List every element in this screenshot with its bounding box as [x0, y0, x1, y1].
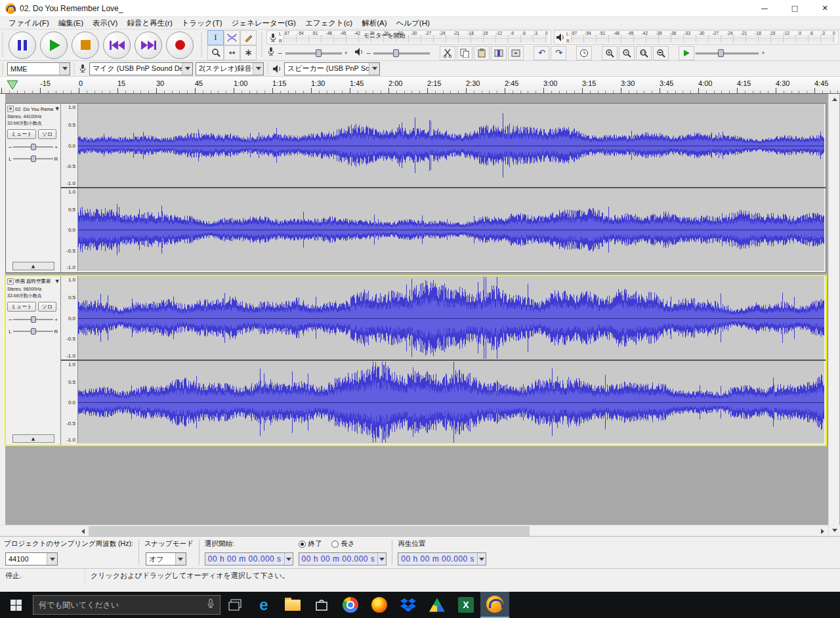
scroll-right-button[interactable]	[817, 525, 828, 537]
zoom-out-button[interactable]	[619, 46, 635, 60]
trim-audio-button[interactable]	[491, 46, 507, 60]
playback-volume-slider[interactable]	[373, 49, 430, 58]
silence-audio-button[interactable]	[508, 46, 524, 60]
menu-item[interactable]: 解析(A)	[357, 17, 391, 30]
taskbar-app-chrome[interactable]	[336, 592, 365, 618]
playback-device-select[interactable]: スピーカー (USB PnP Sound D	[284, 62, 380, 75]
start-button[interactable]	[0, 592, 32, 618]
pan-slider[interactable]	[13, 155, 53, 163]
waveform[interactable]	[78, 361, 824, 443]
solo-button[interactable]: ソロ	[38, 302, 56, 312]
chevron-down-icon[interactable]	[182, 63, 192, 75]
track-2-control-panel[interactable]: ✕ 映画 超時空要塞 ▼ Stereo, 96000Hz 32-bit浮動小数点…	[6, 276, 61, 445]
sync-lock-button[interactable]	[576, 46, 592, 60]
track-1-control-panel[interactable]: ✕ 02. Do You Reme ▼ Stereo, 44100Hz 32-b…	[6, 104, 61, 272]
stop-button[interactable]	[72, 31, 99, 59]
taskbar-app-excel[interactable]: X	[452, 592, 480, 618]
toolbar-grip[interactable]	[1, 32, 5, 58]
minimize-button[interactable]: —	[749, 0, 780, 16]
recording-channels-select[interactable]: 2(ステレオ)録音チ	[196, 62, 264, 75]
waveform[interactable]	[78, 104, 824, 187]
chevron-down-icon[interactable]	[284, 553, 293, 565]
menu-item[interactable]: ジェネレーター(G)	[226, 17, 300, 30]
selection-end-time[interactable]: 00 h 00 m 00.000 s	[299, 552, 387, 566]
gain-slider[interactable]	[13, 143, 53, 151]
pan-slider[interactable]	[13, 327, 53, 335]
collapse-track-button[interactable]: ▲	[12, 434, 54, 443]
track-close-button[interactable]: ✕	[7, 278, 14, 285]
toolbar-grip[interactable]	[266, 64, 270, 74]
play-button[interactable]	[40, 31, 68, 59]
record-button[interactable]	[166, 31, 194, 59]
chevron-down-icon[interactable]	[369, 63, 379, 75]
recording-device-select[interactable]: マイク (USB PnP Sound Devi	[89, 62, 193, 75]
menu-item[interactable]: 編集(E)	[54, 17, 88, 30]
taskbar-app-file-explorer[interactable]	[278, 592, 307, 618]
collapse-track-button[interactable]: ▲	[12, 262, 54, 270]
selection-tool-button[interactable]: I	[207, 30, 224, 45]
monitor-start-label[interactable]: モニターを開始	[364, 31, 406, 40]
envelope-tool-button[interactable]	[224, 30, 240, 45]
track-name[interactable]: 02. Do You Reme	[15, 106, 54, 112]
skip-to-start-button[interactable]	[103, 31, 131, 59]
play-at-speed-button[interactable]	[679, 46, 694, 60]
maximize-button[interactable]: □	[780, 0, 810, 16]
gain-slider[interactable]	[13, 316, 53, 323]
playback-meter[interactable]: LR -57-54-51-48-45-42-39-36-33-30-27-24-…	[554, 30, 839, 45]
menu-item[interactable]: トラック(T)	[177, 17, 227, 30]
scroll-down-button[interactable]	[829, 525, 840, 536]
time-shift-tool-button[interactable]: ↔	[224, 45, 240, 60]
zoom-in-button[interactable]	[602, 46, 618, 60]
vertical-scrollbar[interactable]	[828, 94, 839, 536]
radio-end[interactable]: 終了	[299, 539, 322, 548]
selection-start-time[interactable]: 00 h 00 m 00.000 s	[205, 552, 293, 566]
snap-select[interactable]: オフ	[146, 552, 186, 566]
menu-item[interactable]: 表示(V)	[88, 17, 122, 30]
horizontal-scroll-thumb[interactable]	[89, 526, 530, 536]
task-view-button[interactable]	[220, 592, 249, 618]
play-speed-slider[interactable]	[696, 49, 759, 58]
scroll-up-button[interactable]	[829, 94, 840, 105]
project-rate-select[interactable]: 44100	[5, 552, 58, 566]
taskbar-app-audacity[interactable]	[480, 592, 509, 618]
horizontal-scroll-track[interactable]	[77, 525, 828, 537]
close-button[interactable]: ✕	[810, 0, 840, 16]
toolbar-grip[interactable]	[1, 64, 5, 74]
track-close-button[interactable]: ✕	[7, 106, 14, 112]
audio-host-select[interactable]: MME	[7, 62, 70, 75]
track-2[interactable]: ✕ 映画 超時空要塞 ▼ Stereo, 96000Hz 32-bit浮動小数点…	[5, 276, 826, 445]
chevron-down-icon[interactable]	[377, 553, 386, 565]
radio-length[interactable]: 長さ	[331, 539, 355, 548]
taskbar-search[interactable]: 何でも聞いてください	[33, 595, 220, 615]
toolbar-grip[interactable]	[200, 32, 204, 58]
paste-button[interactable]	[474, 46, 490, 60]
chevron-down-icon[interactable]	[477, 553, 486, 565]
taskbar-app-store[interactable]	[307, 592, 336, 618]
undo-button[interactable]: ↶	[534, 46, 549, 60]
fit-project-button[interactable]	[653, 46, 669, 60]
copy-button[interactable]	[457, 46, 472, 60]
scroll-left-button[interactable]	[77, 525, 89, 537]
redo-button[interactable]: ↷	[551, 46, 566, 60]
menu-item[interactable]: ヘルプ(H)	[392, 17, 434, 30]
taskbar-app-google-drive[interactable]	[423, 592, 452, 618]
recording-volume-slider[interactable]	[285, 49, 342, 58]
horizontal-scrollbar[interactable]	[0, 525, 828, 536]
timeline-ruler[interactable]: -1501530451:001:151:301:452:002:152:302:…	[0, 77, 840, 94]
track-workspace[interactable]: ✕ 02. Do You Reme ▼ Stereo, 44100Hz 32-b…	[0, 94, 840, 525]
playback-position-time[interactable]: 00 h 00 m 00.000 s	[398, 552, 486, 566]
chevron-down-icon[interactable]	[175, 553, 186, 565]
solo-button[interactable]: ソロ	[38, 129, 56, 139]
microphone-icon[interactable]	[201, 598, 220, 611]
draw-tool-button[interactable]	[240, 30, 257, 45]
menu-item[interactable]: 録音と再生(r)	[122, 17, 177, 30]
menu-item[interactable]: ファイル(F)	[4, 17, 54, 30]
taskbar-app-firefox[interactable]	[365, 592, 394, 618]
mute-button[interactable]: ミュート	[7, 302, 36, 312]
recording-meter[interactable]: LR -57-54-51-48-45-42-39-36-33-30-27-24-…	[266, 30, 551, 45]
taskbar-app-dropbox[interactable]	[394, 592, 423, 618]
track-1[interactable]: ✕ 02. Do You Reme ▼ Stereo, 44100Hz 32-b…	[5, 103, 826, 273]
waveform[interactable]	[78, 188, 824, 271]
waveform[interactable]	[78, 276, 824, 360]
pause-button[interactable]	[9, 31, 36, 59]
